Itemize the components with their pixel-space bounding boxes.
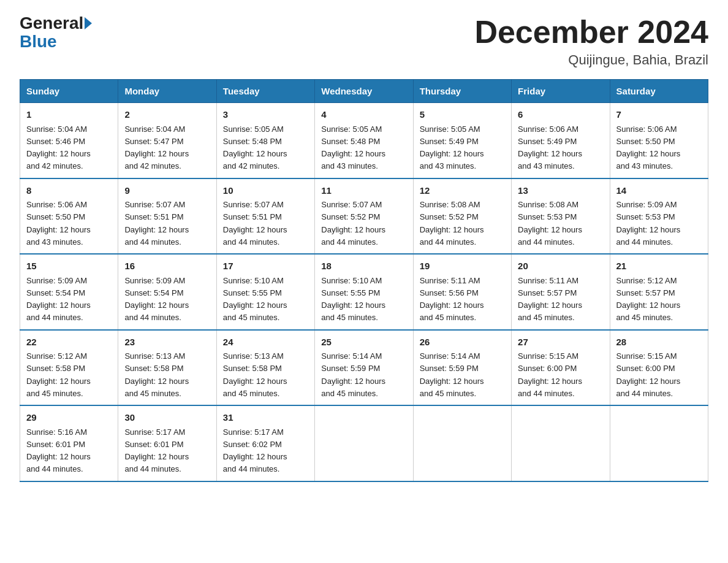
day-detail: Sunrise: 5:09 AMSunset: 5:53 PMDaylight:… — [616, 200, 681, 247]
logo-blue-text: Blue — [20, 32, 57, 51]
calendar-day-header: Thursday — [413, 80, 511, 103]
calendar-cell — [413, 405, 511, 481]
day-number: 12 — [420, 184, 505, 198]
calendar-cell: 19Sunrise: 5:11 AMSunset: 5:56 PMDayligh… — [413, 254, 511, 330]
calendar-cell: 24Sunrise: 5:13 AMSunset: 5:58 PMDayligh… — [216, 330, 314, 406]
logo-general-text: General — [20, 15, 83, 32]
day-number: 15 — [26, 259, 112, 274]
day-detail: Sunrise: 5:04 AMSunset: 5:47 PMDaylight:… — [124, 124, 189, 171]
day-number: 6 — [518, 108, 603, 122]
calendar-header-row: SundayMondayTuesdayWednesdayThursdayFrid… — [20, 80, 708, 103]
calendar-cell: 22Sunrise: 5:12 AMSunset: 5:58 PMDayligh… — [20, 330, 118, 406]
day-number: 13 — [518, 184, 603, 198]
day-detail: Sunrise: 5:05 AMSunset: 5:49 PMDaylight:… — [420, 124, 484, 171]
calendar-cell: 17Sunrise: 5:10 AMSunset: 5:55 PMDayligh… — [216, 254, 314, 330]
day-number: 19 — [420, 259, 505, 274]
day-detail: Sunrise: 5:06 AMSunset: 5:50 PMDaylight:… — [616, 124, 681, 171]
page-subtitle: Quijingue, Bahia, Brazil — [474, 52, 708, 68]
calendar-week-row: 8Sunrise: 5:06 AMSunset: 5:50 PMDaylight… — [20, 178, 708, 255]
day-detail: Sunrise: 5:15 AMSunset: 6:00 PMDaylight:… — [616, 351, 681, 398]
calendar-cell: 16Sunrise: 5:09 AMSunset: 5:54 PMDayligh… — [118, 254, 216, 330]
calendar-cell — [610, 405, 708, 481]
day-detail: Sunrise: 5:12 AMSunset: 5:57 PMDaylight:… — [616, 276, 681, 323]
day-detail: Sunrise: 5:11 AMSunset: 5:56 PMDaylight:… — [420, 276, 484, 323]
day-number: 1 — [26, 108, 112, 122]
calendar-day-header: Monday — [118, 80, 216, 103]
calendar-cell — [512, 405, 610, 481]
calendar-week-row: 1Sunrise: 5:04 AMSunset: 5:46 PMDaylight… — [20, 103, 708, 178]
day-number: 8 — [26, 184, 112, 198]
calendar-cell — [315, 405, 413, 481]
day-number: 2 — [124, 108, 210, 122]
page-header: General Blue December 2024 Quijingue, Ba… — [20, 15, 708, 68]
day-number: 27 — [518, 335, 603, 350]
day-detail: Sunrise: 5:15 AMSunset: 6:00 PMDaylight:… — [518, 351, 582, 398]
day-number: 23 — [124, 335, 210, 350]
calendar-cell: 9Sunrise: 5:07 AMSunset: 5:51 PMDaylight… — [118, 178, 216, 255]
day-number: 9 — [124, 184, 210, 198]
day-number: 31 — [223, 411, 308, 425]
day-number: 3 — [223, 108, 308, 122]
day-detail: Sunrise: 5:17 AMSunset: 6:01 PMDaylight:… — [124, 427, 189, 474]
calendar-cell: 23Sunrise: 5:13 AMSunset: 5:58 PMDayligh… — [118, 330, 216, 406]
day-detail: Sunrise: 5:09 AMSunset: 5:54 PMDaylight:… — [124, 276, 189, 323]
logo: General Blue — [20, 15, 93, 52]
day-number: 29 — [26, 411, 112, 425]
day-number: 22 — [26, 335, 112, 350]
calendar-cell: 18Sunrise: 5:10 AMSunset: 5:55 PMDayligh… — [315, 254, 413, 330]
calendar-week-row: 15Sunrise: 5:09 AMSunset: 5:54 PMDayligh… — [20, 254, 708, 330]
day-number: 10 — [223, 184, 308, 198]
calendar-week-row: 29Sunrise: 5:16 AMSunset: 6:01 PMDayligh… — [20, 405, 708, 481]
title-block: December 2024 Quijingue, Bahia, Brazil — [474, 15, 708, 68]
calendar-cell: 30Sunrise: 5:17 AMSunset: 6:01 PMDayligh… — [118, 405, 216, 481]
day-detail: Sunrise: 5:14 AMSunset: 5:59 PMDaylight:… — [321, 351, 385, 398]
calendar-cell: 2Sunrise: 5:04 AMSunset: 5:47 PMDaylight… — [118, 103, 216, 178]
day-detail: Sunrise: 5:05 AMSunset: 5:48 PMDaylight:… — [223, 124, 287, 171]
calendar-cell: 7Sunrise: 5:06 AMSunset: 5:50 PMDaylight… — [610, 103, 708, 178]
day-detail: Sunrise: 5:13 AMSunset: 5:58 PMDaylight:… — [223, 351, 287, 398]
day-detail: Sunrise: 5:10 AMSunset: 5:55 PMDaylight:… — [321, 276, 385, 323]
day-number: 21 — [616, 259, 702, 274]
calendar-cell: 3Sunrise: 5:05 AMSunset: 5:48 PMDaylight… — [216, 103, 314, 178]
day-detail: Sunrise: 5:10 AMSunset: 5:55 PMDaylight:… — [223, 276, 287, 323]
calendar-cell: 10Sunrise: 5:07 AMSunset: 5:51 PMDayligh… — [216, 178, 314, 255]
day-number: 14 — [616, 184, 702, 198]
calendar-cell: 31Sunrise: 5:17 AMSunset: 6:02 PMDayligh… — [216, 405, 314, 481]
day-number: 17 — [223, 259, 308, 274]
calendar-cell: 6Sunrise: 5:06 AMSunset: 5:49 PMDaylight… — [512, 103, 610, 178]
day-detail: Sunrise: 5:05 AMSunset: 5:48 PMDaylight:… — [321, 124, 385, 171]
day-detail: Sunrise: 5:09 AMSunset: 5:54 PMDaylight:… — [26, 276, 91, 323]
calendar-cell: 15Sunrise: 5:09 AMSunset: 5:54 PMDayligh… — [20, 254, 118, 330]
day-detail: Sunrise: 5:08 AMSunset: 5:53 PMDaylight:… — [518, 200, 582, 247]
day-detail: Sunrise: 5:12 AMSunset: 5:58 PMDaylight:… — [26, 351, 91, 398]
calendar-cell: 29Sunrise: 5:16 AMSunset: 6:01 PMDayligh… — [20, 405, 118, 481]
day-number: 30 — [124, 411, 210, 425]
calendar-table: SundayMondayTuesdayWednesdayThursdayFrid… — [20, 79, 708, 482]
calendar-cell: 28Sunrise: 5:15 AMSunset: 6:00 PMDayligh… — [610, 330, 708, 406]
calendar-week-row: 22Sunrise: 5:12 AMSunset: 5:58 PMDayligh… — [20, 330, 708, 406]
calendar-cell: 8Sunrise: 5:06 AMSunset: 5:50 PMDaylight… — [20, 178, 118, 255]
day-number: 25 — [321, 335, 406, 350]
day-number: 28 — [616, 335, 702, 350]
calendar-cell: 26Sunrise: 5:14 AMSunset: 5:59 PMDayligh… — [413, 330, 511, 406]
calendar-day-header: Friday — [512, 80, 610, 103]
day-detail: Sunrise: 5:17 AMSunset: 6:02 PMDaylight:… — [223, 427, 287, 474]
day-detail: Sunrise: 5:14 AMSunset: 5:59 PMDaylight:… — [420, 351, 484, 398]
day-detail: Sunrise: 5:07 AMSunset: 5:51 PMDaylight:… — [124, 200, 189, 247]
calendar-cell: 1Sunrise: 5:04 AMSunset: 5:46 PMDaylight… — [20, 103, 118, 178]
calendar-cell: 5Sunrise: 5:05 AMSunset: 5:49 PMDaylight… — [413, 103, 511, 178]
day-detail: Sunrise: 5:07 AMSunset: 5:51 PMDaylight:… — [223, 200, 287, 247]
day-number: 16 — [124, 259, 210, 274]
calendar-day-header: Tuesday — [216, 80, 314, 103]
day-number: 24 — [223, 335, 308, 350]
day-number: 4 — [321, 108, 406, 122]
day-detail: Sunrise: 5:06 AMSunset: 5:50 PMDaylight:… — [26, 200, 91, 247]
calendar-cell: 12Sunrise: 5:08 AMSunset: 5:52 PMDayligh… — [413, 178, 511, 255]
day-number: 26 — [420, 335, 505, 350]
day-detail: Sunrise: 5:07 AMSunset: 5:52 PMDaylight:… — [321, 200, 385, 247]
day-detail: Sunrise: 5:08 AMSunset: 5:52 PMDaylight:… — [420, 200, 484, 247]
calendar-cell: 14Sunrise: 5:09 AMSunset: 5:53 PMDayligh… — [610, 178, 708, 255]
calendar-cell: 25Sunrise: 5:14 AMSunset: 5:59 PMDayligh… — [315, 330, 413, 406]
page-title: December 2024 — [474, 15, 708, 50]
calendar-cell: 11Sunrise: 5:07 AMSunset: 5:52 PMDayligh… — [315, 178, 413, 255]
